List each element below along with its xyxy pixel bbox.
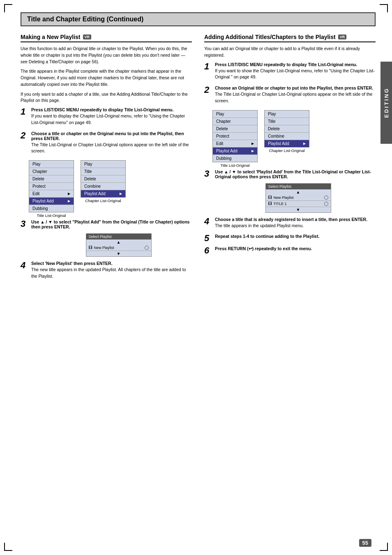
right-step-2-body: The Title List-Original or Chapter List-… [215, 91, 376, 104]
right-step-6-num: 6 [204, 246, 212, 255]
left-step-2-title: Choose a title or chapter on the Origina… [31, 131, 192, 141]
left-step-4: 4 Select 'New Playlist' then press ENTER… [21, 261, 192, 281]
left-step-2-body: The Title List-Original or Chapter List-… [31, 142, 192, 155]
right-title-menu-label: Title List-Original [212, 163, 258, 168]
right-step-2-title: Choose an Original title or chapter to p… [215, 85, 376, 90]
right-menu-item-play: Play [213, 111, 257, 118]
left-intro-para2: The title appears in the Playlist comple… [21, 68, 192, 88]
right-title1-icon: 🎞 [268, 202, 272, 206]
editing-sidebar: EDITING [380, 62, 392, 144]
right-step-1-title: Press LIST/DISC MENU repeatedly to displ… [215, 62, 376, 67]
right-step-3-content: Use ▲ / ▼ to select 'Playlist Add' from … [215, 169, 376, 180]
right-new-playlist-circle [324, 196, 328, 200]
left-playlist-arrow-down: ▼ [86, 251, 151, 256]
right-step-4-num: 4 [204, 217, 212, 226]
corner-mark-tl [4, 4, 12, 12]
right-menu-item-dubbing: Dubbing [213, 155, 257, 162]
right-step-3-num: 3 [204, 169, 212, 178]
right-step-5-content: Repeat steps 1-4 to continue adding to t… [215, 234, 376, 240]
left-menu-item-dubbing: Dubbing [29, 205, 74, 212]
right-step-4-body: The title appears in the updated Playlis… [215, 223, 376, 229]
right-chapter-menu-label: Chapter List-Original [264, 148, 309, 153]
right-title-menu-box: Play Chapter Delete Protect Edit▶ Playli… [212, 110, 258, 162]
page-number: 55 [359, 539, 371, 547]
right-menu-item-edit: Edit▶ [213, 140, 257, 147]
left-chapter-item-title: Title [81, 168, 125, 175]
left-step-3-num: 3 [21, 219, 29, 228]
right-step-5: 5 Repeat steps 1-4 to continue adding to… [204, 234, 376, 243]
right-section-heading: Adding Additional Titles/Chapters to the… [204, 34, 376, 42]
left-section-heading: Making a New Playlist VR [21, 34, 192, 42]
right-playlist-arrow-down: ▼ [266, 207, 331, 212]
left-heading-text: Making a New Playlist [21, 34, 81, 40]
left-column: Making a New Playlist VR Use this functi… [21, 34, 192, 285]
left-playlist-arrow-up: ▲ [86, 240, 151, 245]
right-step-3: 3 Use ▲ / ▼ to select 'Playlist Add' fro… [204, 169, 376, 180]
left-menu-item-delete: Delete [29, 175, 74, 183]
left-chapter-item-play: Play [81, 161, 125, 168]
right-step-5-title: Repeat steps 1-4 to continue adding to t… [215, 234, 376, 239]
two-col-layout: Making a New Playlist VR Use this functi… [21, 34, 376, 285]
left-step-4-body: The new title appears in the updated Pla… [31, 267, 192, 280]
left-step-4-content: Select 'New Playlist' then press ENTER. … [31, 261, 192, 281]
left-intro-para3: If you only want to add a chapter of a t… [21, 91, 192, 104]
left-step-2-num: 2 [21, 131, 29, 140]
left-menu-item-playlist-add: Playlist Add▶ [29, 198, 74, 205]
left-step-1-title: Press LIST/DISC MENU repeatedly to displ… [31, 107, 192, 112]
left-step-3-title: Use ▲ / ▼ to select "Playlist Add" from … [31, 219, 192, 229]
editing-label: EDITING [383, 88, 390, 118]
right-chapter-item-title: Title [265, 118, 309, 125]
right-menu-item-delete: Delete [213, 125, 257, 133]
page: EDITING Title and Chapter Editing (Conti… [0, 0, 392, 555]
right-column: Adding Additional Titles/Chapters to the… [204, 34, 376, 285]
left-step-4-num: 4 [21, 261, 29, 270]
right-chapter-item-play: Play [265, 111, 309, 118]
new-playlist-circle [145, 246, 149, 250]
new-playlist-icon: 🎞 [89, 246, 92, 250]
left-select-playlist-header: Select Playlist. [86, 234, 151, 240]
right-chapter-menu-box: Play Title Delete Combine Playlist Add▶ [264, 110, 309, 147]
right-select-playlist-area: Select Playlist. ▲ 🎞New Playlist 🎞TITLE … [221, 183, 376, 213]
left-chapter-item-playlist-add: Playlist Add▶ [81, 190, 125, 197]
left-step-2-content: Choose a title or chapter on the Origina… [31, 131, 192, 157]
left-step-1-content: Press LIST/DISC MENU repeatedly to displ… [31, 107, 192, 128]
left-menu-item-protect: Protect [29, 183, 74, 190]
left-chapter-menu-box: Play Title Delete Combine Playlist Add▶ [81, 160, 126, 198]
right-step-2: 2 Choose an Original title or chapter to… [204, 85, 376, 106]
right-select-playlist-header: Select Playlist. [266, 184, 331, 189]
right-step-5-num: 5 [204, 234, 212, 243]
left-title-menu-box: Play Chapter Delete Protect Edit▶ Playli… [29, 160, 74, 212]
left-intro-para1: Use this function to add an Original tit… [21, 46, 192, 65]
left-chapter-item-delete: Delete [81, 175, 125, 183]
right-step-2-content: Choose an Original title or chapter to p… [215, 85, 376, 106]
right-playlist-new: 🎞New Playlist [266, 195, 331, 201]
right-step-6-content: Press RETURN (↩) repeatedly to exit the … [215, 246, 376, 252]
right-chapter-item-delete: Delete [265, 125, 309, 133]
left-step-4-title: Select 'New Playlist' then press ENTER. [31, 261, 192, 266]
left-title-menu-label: Title List-Original [29, 213, 74, 218]
right-menu-item-protect: Protect [213, 133, 257, 140]
right-new-playlist-icon: 🎞 [268, 196, 272, 200]
page-title-bar: Title and Chapter Editing (Continued) [21, 12, 376, 26]
right-title1-circle [324, 202, 328, 206]
left-step-1-num: 1 [21, 107, 29, 116]
right-chapter-menu-container: Play Title Delete Combine Playlist Add▶ … [264, 110, 309, 153]
left-title-menu-container: Play Chapter Delete Protect Edit▶ Playli… [29, 160, 74, 218]
left-menu-item-edit: Edit▶ [29, 190, 74, 198]
page-title: Title and Chapter Editing (Continued) [27, 16, 369, 23]
right-step-1-content: Press LIST/DISC MENU repeatedly to displ… [215, 62, 376, 83]
right-step-3-title: Use ▲ / ▼ to select 'Playlist Add' from … [215, 169, 376, 179]
left-step-2: 2 Choose a title or chapter on the Origi… [21, 131, 192, 157]
left-chapter-menu-label: Chapter List-Original [81, 198, 126, 203]
right-menu-item-chapter: Chapter [213, 118, 257, 125]
right-step-4-content: Choose a title that is already registere… [215, 217, 376, 231]
right-step-6: 6 Press RETURN (↩) repeatedly to exit th… [204, 246, 376, 255]
right-step-1: 1 Press LIST/DISC MENU repeatedly to dis… [204, 62, 376, 83]
left-menu-item-play: Play [29, 161, 74, 168]
right-playlist-title1: 🎞TITLE 1 [266, 201, 331, 207]
left-vr-badge: VR [83, 35, 92, 39]
right-step-6-title: Press RETURN (↩) repeatedly to exit the … [215, 246, 376, 251]
right-step-4: 4 Choose a title that is already registe… [204, 217, 376, 231]
corner-mark-bl [4, 543, 12, 551]
left-chapter-menu-container: Play Title Delete Combine Playlist Add▶ … [81, 160, 126, 203]
